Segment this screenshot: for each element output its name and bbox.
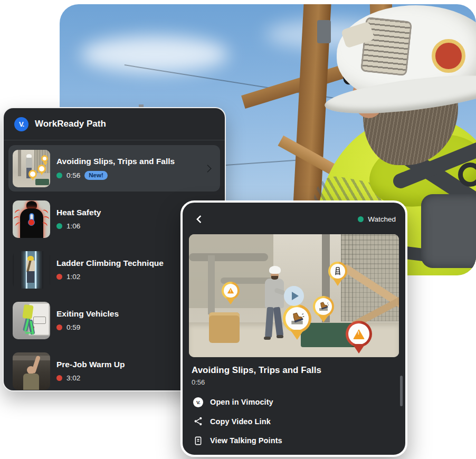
danger-pin-icon [346, 321, 372, 347]
share-icon [193, 416, 203, 426]
panel-header: V. WorkReady Path [4, 108, 225, 140]
watched-status: Watched [358, 215, 396, 223]
thumbnail-art [277, 335, 283, 338]
map-pin-icon [28, 170, 37, 178]
trip-hazard-pin-icon [313, 296, 334, 317]
item-title: Avoiding Slips, Trips and Falls [56, 157, 198, 167]
video-thumbnail [13, 352, 50, 390]
thumbnail-art [265, 307, 274, 338]
item-text: Avoiding Slips, Trips and Falls 0:56 New… [56, 157, 198, 180]
map-pin-icon [41, 155, 48, 162]
thumbnail-art [35, 251, 36, 289]
thumbnail-art [26, 158, 32, 168]
thumbnail-art [264, 337, 271, 340]
thumbnail-art [189, 253, 268, 261]
thumbnail-art [27, 366, 35, 374]
thumbnail-art [13, 251, 50, 289]
map-pin-icon [37, 165, 46, 173]
menu-label: Open in Vimocity [210, 398, 273, 406]
thumbnail-art [13, 356, 50, 360]
thumbnail-art [42, 208, 49, 215]
thumbnail-art [33, 317, 46, 324]
item-duration: 1:02 [66, 273, 80, 281]
panel-title: WorkReady Path [35, 119, 106, 129]
item-meta: 0:56 New! [56, 171, 198, 180]
thumbnail-art [35, 179, 49, 185]
ladder-pin-icon [328, 262, 347, 281]
thumbnail-art [23, 374, 39, 390]
item-duration: 1:06 [66, 222, 80, 230]
item-duration: 3:02 [66, 374, 80, 382]
unwatched-status-dot [56, 324, 62, 330]
harness-backpad [421, 194, 476, 268]
thumbnail-art [27, 256, 34, 261]
thumbnail-art [208, 255, 215, 314]
copy-video-link-button[interactable]: Copy Video Link [193, 415, 395, 428]
thumbnail-art [43, 215, 50, 221]
thumbnail-art [13, 302, 50, 339]
watched-status-dot [56, 173, 62, 178]
unwatched-status-dot [56, 274, 62, 280]
thumbnail-art [13, 200, 50, 238]
video-thumbnail [13, 200, 50, 238]
video-thumbnail [13, 251, 50, 289]
thumbnail-art [269, 266, 281, 274]
vimocity-icon: V. [193, 397, 203, 407]
video-duration: 0:56 [192, 378, 396, 386]
video-thumbnail [13, 150, 50, 187]
thermometer-icon [29, 213, 34, 225]
chevron-left-icon [196, 215, 204, 223]
back-button[interactable] [193, 212, 207, 226]
action-menu: V. Open in Vimocity Copy Video Link View… [183, 394, 405, 447]
vimocity-logo-icon: V. [14, 117, 28, 131]
thumbnail-art [13, 352, 50, 390]
list-item-avoiding-slips[interactable]: Avoiding Slips, Trips and Falls 0:56 New… [8, 145, 220, 192]
watched-status-dot [56, 223, 62, 229]
thumbnail-art [271, 276, 278, 280]
thumbnail-art [209, 312, 240, 343]
skeleton-overlay [25, 332, 32, 334]
video-player-thumbnail[interactable] [189, 234, 399, 357]
helmet-sticker [432, 39, 465, 73]
play-icon [292, 292, 299, 300]
video-title: Avoiding Slips, Trips and Falls [192, 365, 396, 376]
detail-header: Watched [183, 203, 405, 229]
video-detail-panel: Watched [180, 200, 407, 457]
unwatched-status-dot [56, 375, 62, 381]
trip-hazard-pin-icon [283, 304, 311, 333]
play-button[interactable] [284, 286, 304, 306]
page: V. WorkReady Path [0, 0, 476, 459]
thumbnail-art [273, 307, 284, 337]
menu-label: View Talking Points [210, 436, 282, 445]
cloud [81, 36, 229, 73]
document-icon [193, 436, 203, 446]
item-duration: 0:56 [66, 171, 80, 179]
open-in-vimocity-button[interactable]: V. Open in Vimocity [193, 396, 395, 408]
chevron-right-icon [204, 164, 212, 173]
thumbnail-art [18, 150, 21, 176]
watched-label: Watched [368, 215, 396, 223]
thumbnail-art [13, 215, 20, 221]
video-thumbnail [13, 302, 50, 339]
menu-label: Copy Video Link [210, 417, 271, 426]
watched-status-dot [358, 216, 364, 222]
thumbnail-art [26, 154, 32, 158]
thumbnail-art [27, 271, 34, 283]
item-duration: 0:59 [66, 323, 80, 331]
view-talking-points-button[interactable]: View Talking Points [193, 434, 395, 447]
new-badge: New! [84, 171, 107, 180]
hazard-pin-icon [222, 282, 240, 300]
thumbnail-art [22, 304, 33, 319]
thumbnail-art [13, 150, 50, 187]
video-info: Avoiding Slips, Trips and Falls 0:56 [183, 365, 405, 386]
scrollbar[interactable] [400, 376, 403, 406]
